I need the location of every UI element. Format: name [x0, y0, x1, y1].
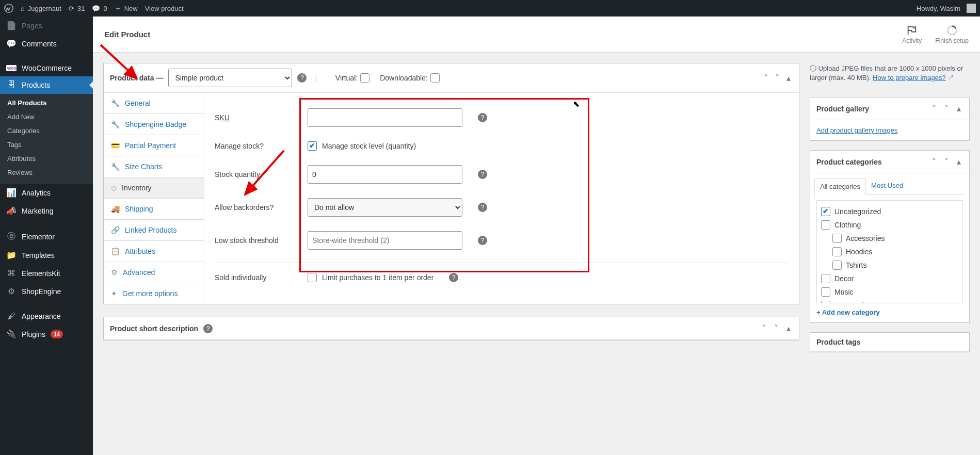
sidebar-item-elementor[interactable]: ⓔElementor — [0, 227, 93, 246]
prepare-images-link[interactable]: How to prepare images? — [873, 74, 946, 82]
tab-attributes[interactable]: 📋Attributes — [104, 241, 204, 262]
product-gallery-title: Product gallery — [816, 105, 869, 113]
megaphone-icon: 📣 — [6, 206, 17, 216]
tab-general[interactable]: 🔧General — [104, 93, 204, 114]
comment-icon: 💬 — [92, 5, 100, 12]
sku-input[interactable] — [308, 108, 462, 127]
move-down-icon[interactable]: ˅ — [942, 103, 951, 115]
tab-all-categories[interactable]: All categories — [814, 178, 866, 195]
comments-link[interactable]: 💬0 — [92, 5, 107, 12]
new-content[interactable]: ＋New — [115, 4, 138, 13]
sold-individually-label: Sold individually — [215, 273, 297, 282]
help-icon[interactable]: ? — [203, 324, 213, 333]
wrench-icon: 🔧 — [111, 99, 120, 107]
help-icon[interactable]: ? — [478, 170, 487, 179]
finish-setup-button[interactable]: Finish setup — [935, 25, 969, 44]
toggle-panel-icon[interactable]: ▴ — [955, 156, 963, 168]
sidebar-item-products[interactable]: 🗄Products — [0, 76, 93, 94]
folder-icon: 📁 — [6, 250, 17, 260]
product-type-select[interactable]: Simple product — [168, 69, 292, 87]
updates-link[interactable]: ⟳31 — [69, 5, 85, 12]
tab-partial-payment[interactable]: 💳Partial Payment — [104, 135, 204, 156]
move-down-icon[interactable]: ˅ — [942, 156, 951, 168]
cat-decor-checkbox[interactable] — [821, 274, 830, 283]
tab-shipping[interactable]: 🚚Shipping — [104, 199, 204, 220]
help-icon[interactable]: ? — [297, 73, 307, 83]
elementor-icon: ⓔ — [6, 231, 17, 242]
toggle-panel-icon[interactable]: ▴ — [784, 72, 793, 84]
inventory-pane: SKU ? Manage stock? Manage stock level (… — [204, 93, 799, 304]
cat-accessories-checkbox[interactable] — [832, 234, 842, 243]
site-name[interactable]: ⌂Juggernaut — [21, 5, 61, 12]
sidebar-item-comments[interactable]: 💬Comments — [0, 35, 93, 53]
product-data-tabs: 🔧General 🔧Shopengine Badge 💳Partial Paym… — [104, 93, 204, 304]
view-product[interactable]: View product — [145, 5, 184, 12]
help-icon[interactable]: ? — [478, 113, 487, 122]
gear-icon: ⚙ — [111, 268, 118, 277]
manage-stock-checkbox[interactable] — [308, 141, 317, 151]
cat-tshirts-checkbox[interactable] — [832, 261, 842, 270]
plug-icon: 🔌 — [6, 329, 17, 339]
move-up-icon[interactable]: ˄ — [930, 103, 938, 115]
tab-linked-products[interactable]: 🔗Linked Products — [104, 220, 204, 241]
sold-individually-checkbox[interactable] — [308, 273, 317, 282]
toggle-panel-icon[interactable]: ▴ — [955, 103, 963, 115]
gear-icon: ⚙ — [6, 286, 17, 296]
submenu-reviews[interactable]: Reviews — [0, 166, 93, 180]
help-icon[interactable]: ? — [478, 236, 487, 245]
category-list[interactable]: Uncategorized Clothing Accessories Hoodi… — [816, 200, 963, 303]
cat-uncategorized-checkbox[interactable] — [821, 207, 830, 216]
cat-music-checkbox[interactable] — [821, 287, 830, 297]
short-description-panel: Product short description ? ˄ ˅ ▴ — [103, 317, 799, 340]
tab-size-charts[interactable]: 🔧Size Charts — [104, 156, 204, 177]
archive-icon: 🗄 — [6, 80, 17, 90]
downloadable-checkbox[interactable] — [430, 73, 440, 83]
tab-most-used[interactable]: Most Used — [866, 177, 908, 194]
submenu-all-products[interactable]: All Products — [0, 96, 93, 110]
move-down-icon[interactable]: ˅ — [772, 322, 780, 334]
sidebar-item-pages[interactable]: 📄Pages — [0, 17, 93, 35]
activity-button[interactable]: Activity — [902, 25, 922, 44]
move-up-icon[interactable]: ˄ — [762, 72, 770, 84]
wp-logo[interactable] — [4, 4, 13, 13]
my-account[interactable]: Howdy, Wasim — [917, 4, 976, 13]
tab-get-more[interactable]: ✦Get more options — [104, 283, 204, 304]
help-icon[interactable]: ? — [478, 203, 487, 212]
sidebar-item-shopengine[interactable]: ⚙ShopEngine — [0, 282, 93, 300]
product-tags-title: Product tags — [816, 338, 861, 346]
low-stock-input[interactable] — [308, 231, 462, 250]
flag-icon — [906, 25, 918, 36]
cat-hoodies-checkbox[interactable] — [832, 247, 842, 256]
sidebar-item-appearance[interactable]: 🖌Appearance — [0, 307, 93, 325]
move-down-icon[interactable]: ˅ — [773, 72, 781, 84]
sidebar-item-analytics[interactable]: 📊Analytics — [0, 184, 93, 202]
tab-shopengine-badge[interactable]: 🔧Shopengine Badge — [104, 114, 204, 135]
add-new-category-link[interactable]: + Add new category — [816, 308, 880, 316]
tab-advanced[interactable]: ⚙Advanced — [104, 262, 204, 283]
help-icon[interactable]: ? — [449, 273, 458, 282]
sidebar-item-templates[interactable]: 📁Templates — [0, 246, 93, 264]
stock-qty-input[interactable] — [308, 165, 462, 184]
cat-clothing-checkbox[interactable] — [821, 220, 830, 230]
sidebar-item-elementskit[interactable]: ⌘ElementsKit — [0, 264, 93, 282]
move-up-icon[interactable]: ˄ — [930, 156, 938, 168]
cat-petfood-checkbox[interactable] — [821, 301, 830, 303]
submenu-attributes[interactable]: Attributes — [0, 152, 93, 166]
add-gallery-images-link[interactable]: Add product gallery images — [816, 126, 898, 134]
submenu-tags[interactable]: Tags — [0, 138, 93, 152]
backorders-select[interactable]: Do not allow — [308, 198, 462, 217]
toggle-panel-icon[interactable]: ▴ — [784, 322, 793, 334]
avatar — [967, 4, 976, 13]
move-up-icon[interactable]: ˄ — [760, 322, 768, 334]
virtual-checkbox[interactable] — [360, 73, 369, 83]
submenu-add-new[interactable]: Add New — [0, 110, 93, 124]
virtual-toggle[interactable]: Virtual: — [335, 73, 369, 83]
content-area: Edit Product Activity Finish setup Produ… — [93, 17, 980, 455]
sidebar-item-marketing[interactable]: 📣Marketing — [0, 202, 93, 220]
sidebar-item-plugins[interactable]: 🔌Plugins14 — [0, 325, 93, 343]
short-description-title: Product short description — [110, 324, 198, 333]
downloadable-toggle[interactable]: Downloadable: — [380, 73, 440, 83]
tab-inventory[interactable]: ◇Inventory — [104, 177, 204, 199]
sidebar-item-woocommerce[interactable]: wooWooCommerce — [0, 60, 93, 76]
submenu-categories[interactable]: Categories — [0, 124, 93, 138]
